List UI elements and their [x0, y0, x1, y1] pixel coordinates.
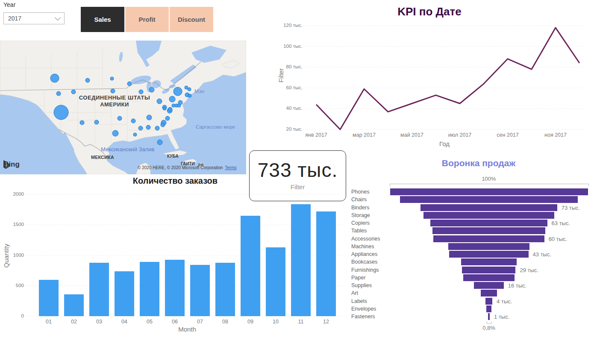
map-label-usa: СОЕДИНЕННЫЕ ШТАТЫ АМЕРИКИ	[72, 94, 157, 109]
bar-x-tick: 03	[86, 319, 112, 325]
funnel-bar-tables[interactable]	[432, 227, 545, 234]
bar-month-03[interactable]	[89, 263, 109, 316]
bar-month-12[interactable]	[316, 211, 336, 316]
map-bubble[interactable]	[168, 107, 172, 112]
year-dropdown-value: 2017	[8, 15, 21, 22]
metric-button-sales[interactable]: Sales	[81, 7, 124, 32]
bar-y-tick: 2000	[3, 191, 24, 197]
bar-month-05[interactable]	[140, 262, 159, 316]
funnel-bar-chairs[interactable]	[400, 196, 578, 203]
bar-month-01[interactable]	[39, 280, 59, 316]
funnel-bar-appliances[interactable]	[449, 251, 528, 258]
map-bubble[interactable]	[169, 96, 175, 102]
map-bubble[interactable]	[56, 91, 61, 96]
map-label-gulf-of-mexico: Мексиканский Залив	[101, 146, 154, 153]
funnel-bar-labels[interactable]	[485, 298, 492, 305]
bing-icon	[3, 160, 10, 170]
bar-x-tick: 07	[187, 319, 213, 325]
kpi-y-tick: 80 тыс.	[269, 64, 303, 69]
map-bubble[interactable]	[139, 90, 143, 94]
map-bubble[interactable]	[112, 130, 118, 136]
funnel-bar-binders[interactable]	[421, 204, 557, 211]
map-bubble[interactable]	[188, 88, 191, 91]
funnel-category-labels: Labels	[351, 298, 389, 304]
bar-month-09[interactable]	[241, 216, 260, 316]
map-bubble[interactable]	[94, 120, 99, 124]
funnel-bar-phones[interactable]	[390, 188, 588, 195]
bar-x-tick: 11	[288, 319, 314, 325]
map-bubble[interactable]	[147, 115, 152, 120]
map-bubble[interactable]	[111, 89, 115, 93]
bar-x-tick: 02	[61, 319, 87, 325]
kpi-y-tick: 60 тыс.	[269, 85, 303, 90]
map-bubble[interactable]	[157, 99, 162, 104]
bar-month-02[interactable]	[64, 294, 84, 316]
bar-y-tick: 1000	[3, 252, 24, 258]
kpi-line-chart: KPI по Дате Filter Год 20 тыс.40 тыс.60 …	[265, 0, 594, 150]
funnel-bar-bookcases[interactable]	[461, 258, 517, 265]
funnel-value-fasteners: 1 тыс.	[494, 314, 509, 320]
year-dropdown[interactable]: 2017	[3, 12, 65, 24]
map-bubble[interactable]	[80, 120, 84, 125]
kpi-line-series[interactable]	[316, 28, 579, 129]
terms-link[interactable]: Terms	[225, 165, 236, 170]
funnel-bar-supplies[interactable]	[474, 282, 503, 289]
funnel-bar-paper[interactable]	[463, 274, 515, 281]
kpi-x-tick: ноя 2017	[536, 132, 575, 138]
metric-button-discount[interactable]: Discount	[170, 7, 213, 32]
map-bubble[interactable]	[127, 82, 132, 86]
map-bubble[interactable]	[157, 140, 162, 145]
map-bubble[interactable]	[149, 87, 154, 92]
map-bubble[interactable]	[54, 105, 68, 120]
bar-month-04[interactable]	[115, 271, 134, 316]
map-bubble[interactable]	[133, 133, 137, 136]
funnel-top-bracket	[390, 184, 589, 186]
map-bubble[interactable]	[146, 125, 150, 129]
orders-bar-chart: Количество заказов Quantity Month 050010…	[0, 176, 346, 338]
funnel-category-art: Art	[351, 290, 389, 296]
bar-month-10[interactable]	[266, 247, 285, 316]
funnel-bar-machines[interactable]	[448, 243, 529, 250]
map-bubble[interactable]	[177, 104, 181, 107]
funnel-value-labels: 4 тыс.	[497, 298, 512, 305]
map-bubble[interactable]	[118, 116, 122, 120]
bar-x-tick: 05	[137, 319, 162, 325]
kpi-x-tick: сен 2017	[488, 132, 527, 138]
usa-bubble-map[interactable]: СОЕДИНЕННЫЕ ШТАТЫ АМЕРИКИ Мэн Саргассово…	[0, 41, 246, 174]
map-bubble[interactable]	[188, 94, 191, 97]
map-bubble[interactable]	[71, 90, 76, 94]
funnel-category-binders: Binders	[351, 205, 389, 211]
metric-button-profit[interactable]: Profit	[125, 7, 169, 32]
bing-logo[interactable]: Bing	[3, 160, 20, 169]
map-bubble[interactable]	[50, 74, 59, 82]
funnel-category-supplies: Supplies	[351, 282, 389, 288]
map-bubble[interactable]	[138, 126, 143, 130]
map-bubble[interactable]	[131, 119, 135, 123]
funnel-bar-copiers[interactable]	[430, 220, 547, 226]
funnel-bar-fasteners[interactable]	[488, 313, 490, 320]
funnel-category-bookcases: Bookcases	[351, 259, 389, 265]
map-bubble[interactable]	[173, 87, 182, 96]
map-bubble[interactable]	[85, 78, 90, 82]
map-bubble[interactable]	[110, 77, 114, 80]
bar-month-07[interactable]	[190, 265, 210, 316]
kpi-x-tick: май 2017	[393, 132, 431, 138]
kpi-x-tick: янв 2017	[297, 132, 335, 138]
map-bubble[interactable]	[155, 126, 159, 130]
funnel-category-tables: Tables	[351, 228, 389, 234]
funnel-category-chairs: Chairs	[351, 197, 389, 203]
bar-month-06[interactable]	[165, 260, 185, 316]
funnel-bar-storage[interactable]	[423, 212, 554, 219]
map-bubble[interactable]	[165, 116, 170, 120]
sales-funnel-chart: Воронка продаж 100% PhonesChairsBinders7…	[350, 157, 594, 345]
map-bubble[interactable]	[163, 107, 166, 110]
funnel-bar-art[interactable]	[481, 290, 497, 296]
funnel-bar-accessories[interactable]	[433, 235, 544, 242]
funnel-bar-envelopes[interactable]	[486, 305, 492, 312]
bar-month-11[interactable]	[291, 204, 311, 316]
map-bubble[interactable]	[161, 123, 165, 127]
bar-month-08[interactable]	[215, 263, 235, 316]
funnel-title: Воронка продаж	[363, 158, 594, 168]
funnel-bar-furnishings[interactable]	[462, 267, 515, 273]
funnel-value-accessories: 60 тыс.	[549, 236, 567, 242]
